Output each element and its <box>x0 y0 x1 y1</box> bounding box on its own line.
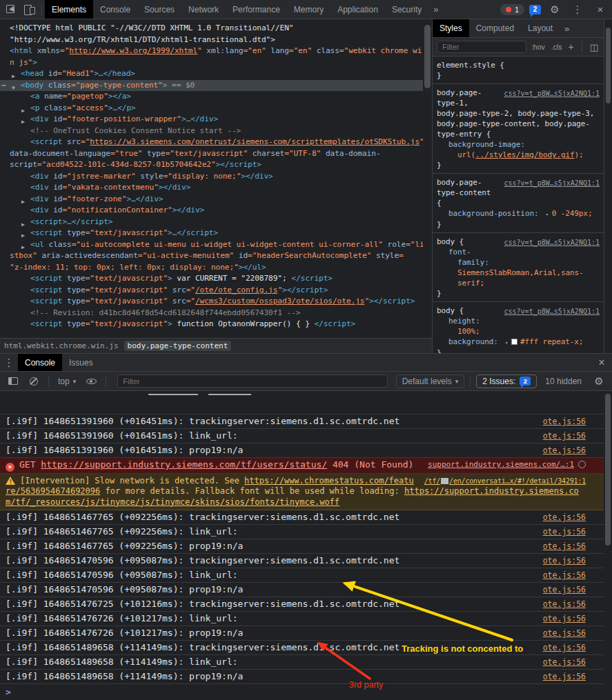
console-prompt[interactable]: > <box>0 684 612 700</box>
console-source-link[interactable]: ote.js:56 <box>543 628 586 639</box>
console-source-link[interactable]: ote.js:56 <box>543 430 586 441</box>
dom-tree-line[interactable]: "http://www.w3.org/TR/xhtml1/DTD/xhtml1-… <box>0 34 432 46</box>
issues-counter-button[interactable]: 2 Issues:2 <box>476 374 537 388</box>
console-source-link[interactable]: ote.js:56 <box>543 657 586 668</box>
dom-node-menu-icon[interactable]: ⋯ <box>1 80 6 92</box>
computed-sidebar-icon[interactable]: ◫ <box>589 41 600 53</box>
dom-tree-line[interactable]: ▶<p class="access">…</p> <box>0 103 432 114</box>
collapse-arrow-icon[interactable]: ▼ <box>12 83 15 92</box>
styles-tabs-overflow-button[interactable]: » <box>560 19 574 37</box>
close-drawer-button[interactable]: × <box>593 354 611 372</box>
console-source-link[interactable]: ote.js:56 <box>543 570 586 581</box>
expand-arrow-icon[interactable]: ▶ <box>21 197 25 206</box>
console-sidebar-button[interactable] <box>4 372 22 390</box>
rule-selector[interactable]: css?v=t_p8W…s5jxA2NQ1:1body.page-type-1,… <box>437 88 600 139</box>
settings-button[interactable]: ⚙ <box>546 1 564 19</box>
element-classes-button[interactable]: .cls <box>550 42 564 52</box>
console-source-link[interactable]: ote.js:56 <box>543 599 586 610</box>
rule-selector[interactable]: css?v=t_p8W…s5jxA2NQ1:1body { <box>437 306 600 316</box>
dom-tree-line[interactable]: "z-index: 11; top: 0px; left: 0px; displ… <box>0 262 432 274</box>
dom-tree-line[interactable]: <script type="text/javascript"> function… <box>0 319 432 330</box>
css-declaration[interactable]: background: ▸#fff repeat-x; <box>437 337 600 348</box>
breadcrumb-html[interactable]: html.webkit.chrome.win.js <box>4 341 119 350</box>
error-count-badge[interactable]: 1 <box>500 4 524 15</box>
expand-arrow-icon[interactable]: ▶ <box>21 219 25 228</box>
dom-tree-line[interactable]: n js"> <box>0 57 432 69</box>
rule-selector[interactable]: css?v=t_p8W…s5jxA2NQ1:1body { <box>437 237 600 247</box>
new-style-rule-button[interactable]: + <box>567 41 575 52</box>
tab-application[interactable]: Application <box>330 0 385 19</box>
dom-tree-line[interactable]: <script type="text/javascript" src="/wcm… <box>0 296 432 308</box>
dom-tree-line[interactable]: <a name="pagetop"></a> <box>0 91 432 103</box>
scrollbar-thumb[interactable] <box>424 25 431 88</box>
live-expression-button[interactable] <box>82 372 100 390</box>
console-source-link[interactable]: ote.js:56 <box>543 613 586 624</box>
tab-performance[interactable]: Performance <box>226 0 287 19</box>
scrollbar-thumb[interactable] <box>606 28 611 103</box>
console-settings-button[interactable]: ⚙ <box>590 372 608 390</box>
console-source-link[interactable]: ote.js:56 <box>543 445 586 456</box>
dom-tree-line[interactable]: script="acd04522-101c-434d-8257-01b57046… <box>0 159 432 171</box>
clear-console-button[interactable] <box>25 372 43 390</box>
scrollbar-thumb[interactable] <box>605 394 611 546</box>
expand-arrow-icon[interactable]: ▶ <box>21 230 25 239</box>
code-lnk[interactable]: /wcms3/custom/osspad3/ote/sios/ote.js <box>195 297 365 306</box>
dom-tree-line[interactable]: <script src="https://w3.siemens.com/onet… <box>0 137 432 148</box>
drawer-tab-console[interactable]: Console <box>18 354 62 371</box>
drawer-more-button[interactable]: ⋮ <box>0 354 18 372</box>
console-source-link[interactable]: ote.js:56 <box>543 555 586 566</box>
styles-tab-styles[interactable]: Styles <box>433 19 469 37</box>
css-declaration[interactable]: height: 100%; <box>437 316 600 337</box>
tab-security[interactable]: Security <box>385 0 428 19</box>
css-declaration[interactable]: font-family: SiemensSlabRoman,Arial,sans… <box>437 247 600 288</box>
tab-sources[interactable]: Sources <box>137 0 181 19</box>
dom-tree-line[interactable]: stbox" aria-activedescendant="ui-active-… <box>0 250 432 262</box>
styles-scrollbar[interactable] <box>604 19 612 353</box>
css-value-link[interactable]: ../styles/img/body.gif <box>475 150 575 159</box>
console-source-link[interactable]: ote.js:56 <box>543 541 586 552</box>
expand-value-icon[interactable]: ▸ <box>505 339 509 346</box>
tab-console[interactable]: Console <box>93 0 137 19</box>
dom-tree-line[interactable]: <div id="jstree-marker" style="display: … <box>0 171 432 183</box>
dom-tree-line[interactable]: <!-- Revision: d41bc8d46f8d54cd6182648f7… <box>0 308 432 319</box>
dom-tree-line[interactable]: ▶<script type="text/javascript">…</scrip… <box>0 228 432 239</box>
expand-arrow-icon[interactable]: ▶ <box>12 71 15 80</box>
rule-selector[interactable]: css?v=t_p8W…s5jxA2NQ1:1body.page-type-co… <box>437 177 600 208</box>
code-lnk[interactable]: https://w3.siemens.com/onetrust/siemens-… <box>90 137 419 146</box>
dom-tree-line[interactable]: ▶<div id="footer-zone">…</div> <box>0 194 432 206</box>
dom-tree-line[interactable]: <!DOCTYPE html PUBLIC "-//W3C//DTD XHTML… <box>0 23 432 34</box>
dom-tree-line[interactable]: ▶<head id="Head1">…</head> <box>0 68 432 80</box>
expand-arrow-icon[interactable]: ▶ <box>21 117 25 126</box>
expand-value-icon[interactable]: ▸ <box>546 211 549 217</box>
hidden-messages-label[interactable]: 10 hidden <box>545 377 582 386</box>
stylesheet-link[interactable]: css?v=t_p8W…s5jxA2NQ1:1 <box>504 306 600 317</box>
styles-filter-input[interactable] <box>437 41 526 53</box>
pseudo-state-button[interactable]: :hov <box>530 42 546 52</box>
drawer-tab-issues[interactable]: Issues <box>62 354 100 371</box>
dom-tree-line[interactable]: ▶<div id="footer-position-wrapper">…</di… <box>0 114 432 126</box>
dom-tree-line[interactable]: <div id="notificationContainer"></div> <box>0 205 432 217</box>
javascript-context-dropdown[interactable]: top▾ <box>55 375 79 388</box>
tab-elements[interactable]: Elements <box>45 0 93 19</box>
css-declaration[interactable]: background-image: url(../styles/img/body… <box>437 139 600 160</box>
styles-tab-computed[interactable]: Computed <box>469 19 521 37</box>
tabs-overflow-button[interactable]: » <box>428 0 443 19</box>
code-lnk[interactable]: /ote/ote_config.js <box>195 286 277 294</box>
tab-memory[interactable]: Memory <box>287 0 330 19</box>
issues-badge[interactable]: 2 <box>529 5 541 14</box>
console-source-link[interactable]: ote.js:56 <box>543 642 586 653</box>
styles-tab-layout[interactable]: Layout <box>521 19 560 37</box>
dom-tree-line[interactable]: ▶<script>…</script> <box>0 217 432 228</box>
log-levels-dropdown[interactable]: Default levels▾ <box>396 374 465 388</box>
toggle-device-toolbar-button[interactable] <box>21 1 39 19</box>
console-source-link[interactable]: ote.js:56 <box>543 416 586 427</box>
message-url-link[interactable]: https://support.industry.siemens.com/tf/… <box>41 459 327 470</box>
elements-scrollbar[interactable] <box>423 19 432 338</box>
css-declaration[interactable]: background-position: ▸0 -249px; <box>437 208 600 219</box>
stylesheet-link[interactable]: css?v=t_p8W…s5jxA2NQ1:1 <box>504 178 600 188</box>
console-scrollbar[interactable] <box>604 391 612 700</box>
console-filter-input[interactable] <box>117 374 387 388</box>
request-link-icon[interactable] <box>578 461 586 468</box>
color-swatch[interactable] <box>511 339 517 345</box>
console-source-link[interactable]: ote.js:56 <box>543 584 586 595</box>
